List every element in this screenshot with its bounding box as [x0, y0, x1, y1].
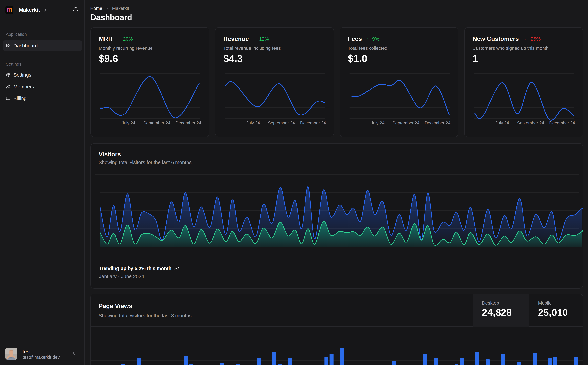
- svg-text:m: m: [7, 7, 12, 13]
